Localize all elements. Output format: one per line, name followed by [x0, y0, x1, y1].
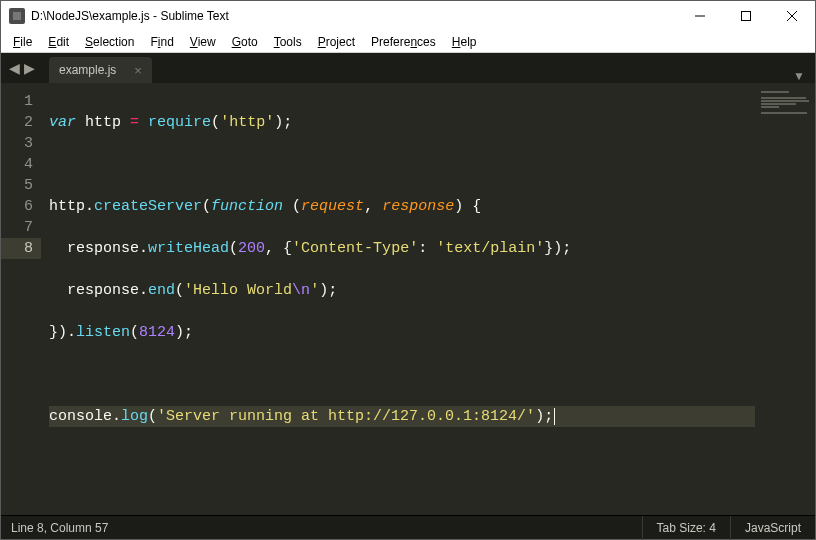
menu-file[interactable]: File [5, 33, 40, 51]
menu-project[interactable]: Project [310, 33, 363, 51]
menu-help[interactable]: Help [444, 33, 485, 51]
menu-goto[interactable]: Goto [224, 33, 266, 51]
menu-find[interactable]: Find [142, 33, 181, 51]
line-number[interactable]: 3 [1, 133, 33, 154]
tab-prev-icon[interactable]: ◀ [7, 60, 22, 76]
tab-example-js[interactable]: example.js × [49, 57, 152, 83]
line-number[interactable]: 2 [1, 112, 33, 133]
tab-label: example.js [59, 63, 116, 77]
status-position[interactable]: Line 8, Column 57 [1, 521, 118, 535]
menu-tools[interactable]: Tools [266, 33, 310, 51]
line-number[interactable]: 5 [1, 175, 33, 196]
tab-bar: ◀ ▶ example.js × ▼ [1, 53, 815, 83]
text-cursor [554, 408, 555, 425]
tab-close-icon[interactable]: × [134, 63, 142, 78]
statusbar: Line 8, Column 57 Tab Size: 4 JavaScript [1, 515, 815, 539]
editor: 1 2 3 4 5 6 7 8 var http = require('http… [1, 83, 815, 515]
minimap-content [761, 91, 811, 115]
menubar: File Edit Selection Find View Goto Tools… [1, 31, 815, 53]
line-number[interactable]: 8 [1, 238, 41, 259]
gutter: 1 2 3 4 5 6 7 8 [1, 83, 41, 515]
minimize-button[interactable] [677, 1, 723, 31]
line-number[interactable]: 7 [1, 217, 33, 238]
maximize-button[interactable] [723, 1, 769, 31]
svg-rect-2 [742, 12, 751, 21]
status-tab-size[interactable]: Tab Size: 4 [642, 516, 730, 540]
line-number[interactable]: 6 [1, 196, 33, 217]
tab-next-icon[interactable]: ▶ [22, 60, 37, 76]
minimap[interactable] [755, 83, 815, 515]
menu-view[interactable]: View [182, 33, 224, 51]
code-area[interactable]: var http = require('http'); http.createS… [41, 83, 755, 515]
titlebar[interactable]: D:\NodeJS\example.js - Sublime Text [1, 1, 815, 31]
svg-rect-0 [13, 12, 21, 20]
menu-selection[interactable]: Selection [77, 33, 142, 51]
status-syntax[interactable]: JavaScript [730, 516, 815, 540]
window-controls [677, 1, 815, 31]
menu-preferences[interactable]: Preferences [363, 33, 444, 51]
close-button[interactable] [769, 1, 815, 31]
app-window: D:\NodeJS\example.js - Sublime Text File… [0, 0, 816, 540]
app-icon [9, 8, 25, 24]
window-title: D:\NodeJS\example.js - Sublime Text [31, 9, 229, 23]
tab-nav-arrows: ◀ ▶ [1, 53, 43, 83]
tab-overflow-icon[interactable]: ▼ [783, 69, 815, 83]
menu-edit[interactable]: Edit [40, 33, 77, 51]
line-number[interactable]: 4 [1, 154, 33, 175]
line-number[interactable]: 1 [1, 91, 33, 112]
